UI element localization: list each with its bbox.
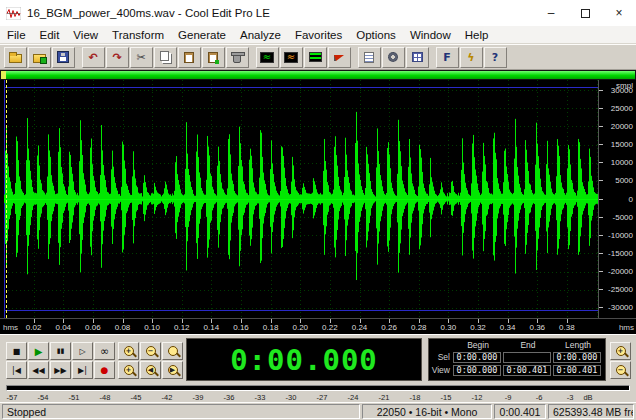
mix-paste-button[interactable] [202, 47, 225, 68]
amplitude-ruler[interactable]: smpl 300002500020000150001000050000-5000… [598, 80, 636, 318]
sel-row-label: Sel [431, 352, 453, 362]
amplitude-tick-label: 0 [629, 195, 633, 204]
zoom-out-button[interactable]: − [140, 342, 161, 360]
go-to-start-button[interactable]: |◀ [6, 361, 27, 379]
save-file-button[interactable] [52, 47, 75, 68]
sel-end-value[interactable] [503, 352, 551, 363]
record-button[interactable]: ● [94, 361, 115, 379]
amplitude-tick-label: -5000 [613, 213, 633, 222]
undo-icon: ↶ [86, 51, 100, 63]
menu-item-window[interactable]: Window [403, 28, 458, 42]
time-tick-label: 0.26 [378, 323, 400, 332]
zoom-in-button[interactable]: + [118, 342, 139, 360]
zoom-full-button[interactable] [162, 342, 183, 360]
script-button[interactable]: ϟ [460, 47, 483, 68]
open-file-button[interactable] [4, 47, 27, 68]
spectral-view-button[interactable]: ≈ [280, 47, 303, 68]
maximize-button[interactable] [568, 0, 602, 26]
level-meter[interactable] [0, 384, 636, 392]
status-free-space: 625393.48 MB fre [548, 404, 634, 419]
menu-item-edit[interactable]: Edit [33, 28, 67, 42]
waveform-canvas[interactable] [4, 80, 598, 318]
time-tick-label: 0.36 [526, 323, 548, 332]
time-display[interactable]: 0:00.000 [186, 338, 422, 381]
help-icon: ? [488, 51, 502, 63]
meter-tick-label: -12 [467, 393, 487, 402]
spectral-view-icon: ≈ [284, 52, 298, 63]
amplitude-tick-label: -15000 [608, 249, 633, 258]
play-to-end-button[interactable]: ▷ [72, 342, 93, 360]
view-length-value[interactable]: 0:00.401 [553, 365, 601, 376]
time-tickmark [34, 319, 35, 323]
frequency-analysis-button[interactable]: F [436, 47, 459, 68]
waveform-view-icon: ≈ [260, 52, 274, 63]
magnifier-icon: + [124, 365, 134, 375]
meter-tick-label: -51 [64, 393, 84, 402]
mix-paste-icon [208, 52, 218, 63]
cut-button[interactable]: ✂ [130, 47, 153, 68]
open-file-as-button[interactable] [28, 47, 51, 68]
close-button[interactable]: × [602, 0, 636, 26]
zoom-right-edge-button[interactable]: ▶ [162, 361, 183, 379]
play-button[interactable]: ▶ [28, 342, 49, 360]
view-end-value[interactable]: 0:00.401 [503, 365, 551, 376]
menu-item-generate[interactable]: Generate [171, 28, 233, 42]
zoom-selection-button[interactable]: + [118, 361, 139, 379]
amplitude-tick-label: 15000 [611, 140, 633, 149]
amplitude-tickmark [599, 126, 603, 127]
copy-button[interactable] [154, 47, 177, 68]
meter-tick-label: -24 [343, 393, 363, 402]
delete-button[interactable] [226, 47, 249, 68]
meter-tick-label: -39 [188, 393, 208, 402]
multitrack-view-button[interactable] [304, 47, 327, 68]
maximize-icon [581, 9, 590, 18]
paste-button[interactable] [178, 47, 201, 68]
settings-button[interactable] [382, 47, 405, 68]
overview-strip[interactable] [0, 70, 636, 80]
settings-icon [388, 52, 398, 62]
amplitude-tickmark [599, 108, 603, 109]
view-begin-value[interactable]: 0:00.000 [453, 365, 501, 376]
play-list-button[interactable] [358, 47, 381, 68]
redo-button[interactable]: ↷ [106, 47, 129, 68]
menu-item-transform[interactable]: Transform [105, 28, 171, 42]
waveform-view: smpl 300002500020000150001000050000-5000… [0, 80, 636, 334]
toolbar-separator [429, 47, 435, 68]
magnifier-icon: − [616, 365, 626, 375]
menu-item-analyze[interactable]: Analyze [233, 28, 288, 42]
frequency-analysis-icon: F [440, 51, 454, 63]
menu-item-favorites[interactable]: Favorites [288, 28, 349, 42]
minimize-button[interactable]: – [534, 0, 568, 26]
menu-item-options[interactable]: Options [349, 28, 403, 42]
help-button[interactable]: ? [484, 47, 507, 68]
playback-controls: ■ ▶ ▮▮ ▷ ∞ |◀ ◀◀ ▶▶ ▶| ● [6, 342, 115, 379]
sel-begin-value[interactable]: 0:00.000 [453, 352, 501, 363]
overview-view-range[interactable] [1, 71, 635, 79]
amplitude-tickmark [599, 144, 603, 145]
vertical-zoom-out-button[interactable]: − [610, 361, 631, 379]
timeline-ruler[interactable]: hms0.020.040.060.080.100.120.140.160.180… [0, 318, 636, 334]
view-row-label: View [431, 365, 453, 375]
snapping-button[interactable] [406, 47, 429, 68]
time-tickmark [478, 319, 479, 323]
stop-button[interactable]: ■ [6, 342, 27, 360]
time-tickmark [63, 319, 64, 323]
time-tick-label: 0.16 [230, 323, 252, 332]
waveform-view-button[interactable]: ≈ [256, 47, 279, 68]
menu-item-file[interactable]: File [0, 28, 33, 42]
amplitude-tickmark [599, 307, 603, 308]
menu-item-view[interactable]: View [66, 28, 105, 42]
go-to-end-button[interactable]: ▶| [72, 361, 93, 379]
vertical-zoom-in-button[interactable]: + [610, 342, 631, 360]
loop-button[interactable]: ∞ [94, 342, 115, 360]
rewind-button[interactable]: ◀◀ [28, 361, 49, 379]
sel-length-value[interactable]: 0:00.000 [553, 352, 601, 363]
zoom-left-edge-button[interactable]: ◀ [140, 361, 161, 379]
menu-item-help[interactable]: Help [458, 28, 496, 42]
cue-list-button[interactable] [328, 47, 351, 68]
fast-forward-button[interactable]: ▶▶ [50, 361, 71, 379]
selection-header-begin: Begin [453, 340, 503, 350]
undo-button[interactable]: ↶ [82, 47, 105, 68]
time-tickmark [241, 319, 242, 323]
pause-button[interactable]: ▮▮ [50, 342, 71, 360]
